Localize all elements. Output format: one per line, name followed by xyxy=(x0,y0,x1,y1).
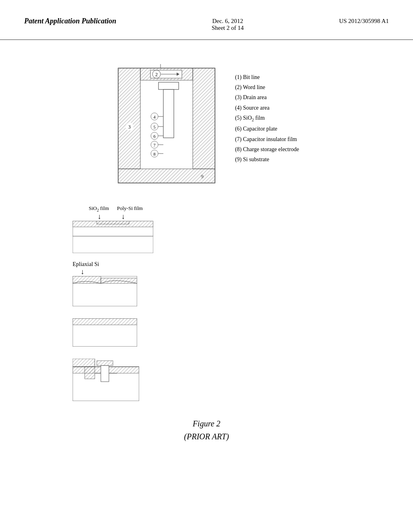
svg-rect-31 xyxy=(118,169,215,183)
legend-item-6: (6) Capacitor plate xyxy=(235,124,299,134)
diagram-legend: (1) Bit line (2) Word line (3) Drain are… xyxy=(235,64,299,164)
legend-item-1: (1) Bit line xyxy=(235,72,299,82)
legend-item-4: (4) Source area xyxy=(235,103,299,113)
page-header: Patent Application Publication Dec. 6, 2… xyxy=(0,0,413,40)
third-diagram-section: Epliaxial Si ↓ xyxy=(24,261,389,306)
svg-rect-4 xyxy=(118,68,140,169)
svg-rect-50 xyxy=(73,359,95,367)
svg-text:3: 3 xyxy=(128,124,131,130)
main-diagram-svg: 2 3 4 5 xyxy=(114,64,219,189)
legend-item-5: (5) SiO2 film xyxy=(235,113,299,124)
svg-rect-52 xyxy=(97,361,113,366)
epitaxial-diagram-svg xyxy=(73,276,137,306)
epliaxial-label-group: Epliaxial Si xyxy=(73,261,137,268)
svg-rect-13 xyxy=(163,89,174,138)
svg-rect-12 xyxy=(159,82,179,89)
legend-item-9: (9) Si substrate xyxy=(235,154,299,164)
publication-date: Dec. 6, 2012 Sheet 2 of 14 xyxy=(212,16,244,31)
svg-text:2: 2 xyxy=(155,72,158,77)
svg-rect-5 xyxy=(193,68,215,169)
second-diagram-section: SiO2 film Poly-Si film ↓ ↓ xyxy=(24,205,389,253)
fourth-diagram-section xyxy=(24,318,389,347)
svg-rect-46 xyxy=(73,318,137,325)
main-cross-section-diagram: 2 3 4 5 xyxy=(114,64,219,189)
caption-line2: (PRIOR ART) xyxy=(184,430,229,443)
svg-rect-39 xyxy=(73,236,153,253)
poly-si-label-group: SiO2 film Poly-Si film ↓ ↓ xyxy=(73,205,153,253)
poly-si-label: Poly-Si film xyxy=(117,205,143,212)
legend-item-3: (3) Drain area xyxy=(235,92,299,102)
svg-text:7: 7 xyxy=(153,143,156,148)
figure-caption: Figure 2 (PRIOR ART) xyxy=(184,417,229,443)
top-diagram-section: 2 3 4 5 xyxy=(24,64,389,189)
epliaxial-si-label: Epliaxial Si xyxy=(73,261,99,268)
caption-line1: Figure 2 xyxy=(184,417,229,430)
svg-rect-37 xyxy=(97,221,129,224)
svg-text:4: 4 xyxy=(153,114,156,119)
legend-item-7: (7) Capacitor insulator film xyxy=(235,134,299,144)
sio2-label: SiO2 film xyxy=(89,205,109,212)
svg-rect-51 xyxy=(85,367,95,379)
legend-item-8: (8) Charge storage electrode xyxy=(235,144,299,154)
svg-text:6: 6 xyxy=(153,134,156,139)
svg-rect-53 xyxy=(101,366,109,382)
fifth-diagram-section xyxy=(24,359,389,401)
poly-si-diagram-svg: Si substrate xyxy=(73,221,153,253)
legend-item-2: (2) Word line xyxy=(235,82,299,92)
fifth-diagram-svg xyxy=(73,359,139,401)
page-content: 2 3 4 5 xyxy=(0,40,413,455)
svg-text:8: 8 xyxy=(153,152,156,156)
svg-text:9: 9 xyxy=(201,173,204,179)
publication-title: Patent Application Publication xyxy=(24,16,116,26)
fourth-diagram-svg xyxy=(73,318,137,347)
publication-number: US 2012/305998 A1 xyxy=(339,16,389,25)
svg-text:5: 5 xyxy=(153,125,156,129)
